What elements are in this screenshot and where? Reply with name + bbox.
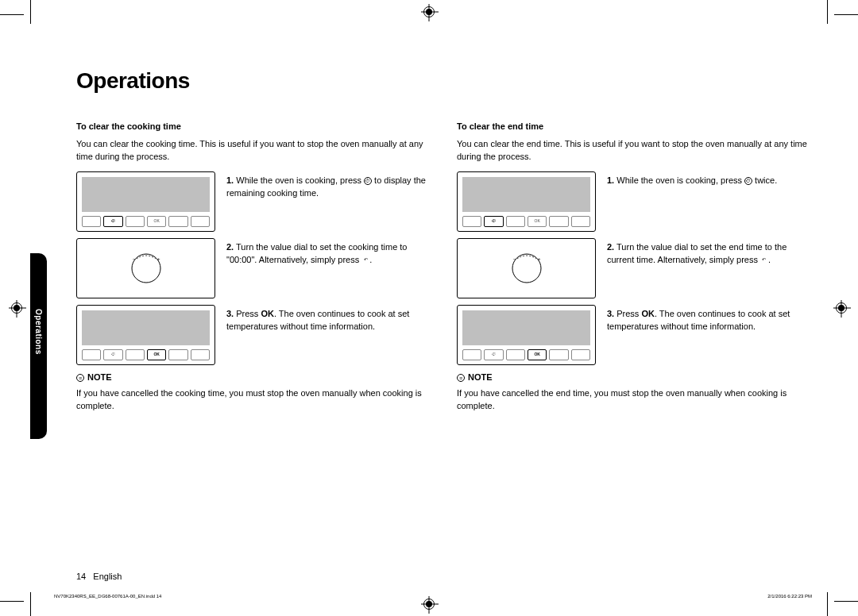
source-date-label: 2/1/2016 6:22:23 PM <box>767 594 812 599</box>
oven-button <box>549 216 568 227</box>
oven-button-row: ⏱ OK <box>462 349 590 360</box>
page-language: English <box>93 572 122 581</box>
left-note-heading: ≡ NOTE <box>76 372 431 384</box>
oven-button <box>126 216 145 227</box>
left-step-1: ⏱ OK 1. While the oven is cooking, press… <box>76 171 431 232</box>
oven-button-row: ⏱ OK <box>82 216 210 227</box>
oven-panel-figure: ⏱ OK <box>76 171 215 232</box>
oven-button-clock: ⏱ <box>484 349 503 360</box>
oven-button-row: ⏱ OK <box>82 349 210 360</box>
right-step-3-text: 3. Press OK. The oven continues to cook … <box>607 305 812 333</box>
oven-button <box>82 349 101 360</box>
svg-point-3 <box>512 254 541 283</box>
left-step-3: ⏱ OK 3. Press OK. The oven continues to … <box>76 305 431 365</box>
oven-dial-figure: − + <box>457 238 596 298</box>
back-icon: ↶ <box>760 256 768 264</box>
right-step-2: − + 2. Turn the value dial to set the en… <box>457 238 812 298</box>
crop-mark <box>30 592 31 616</box>
oven-button <box>168 216 187 227</box>
oven-button <box>506 349 525 360</box>
right-step-3: ⏱ OK 3. Press OK. The oven continues to … <box>457 305 812 365</box>
svg-text:−: − <box>133 256 136 261</box>
text: While the oven is cooking, press <box>236 175 364 185</box>
side-tab-label: Operations <box>34 309 43 355</box>
oven-button-clock: ⏱ <box>103 216 122 227</box>
right-note-body: If you have cancelled the end time, you … <box>457 387 812 413</box>
right-step-1-text: 1. While the oven is cooking, press ⏱ tw… <box>607 171 812 187</box>
back-icon: ↶ <box>361 256 369 264</box>
registration-mark-icon <box>423 6 435 17</box>
oven-button <box>191 216 210 227</box>
left-heading: To clear the cooking time <box>76 121 431 133</box>
svg-text:−: − <box>513 256 516 261</box>
oven-button <box>82 216 101 227</box>
crop-mark <box>834 14 858 15</box>
left-note-body: If you have cancelled the cooking time, … <box>76 387 431 413</box>
oven-button <box>191 349 210 360</box>
oven-button-ok: OK <box>147 216 166 227</box>
side-tab: Operations <box>30 253 47 439</box>
right-step-1: ⏱ OK 1. While the oven is cooking, press… <box>457 171 812 232</box>
svg-point-0 <box>132 254 160 283</box>
oven-panel-figure: ⏱ OK <box>457 171 596 232</box>
oven-button <box>549 349 568 360</box>
note-label: NOTE <box>87 372 112 384</box>
oven-button <box>462 216 481 227</box>
left-step-1-text: 1. While the oven is cooking, press ⏱ to… <box>226 171 431 200</box>
oven-button-clock: ⏱ <box>484 216 503 227</box>
oven-screen <box>462 177 590 212</box>
oven-button <box>168 349 187 360</box>
left-step-2: − + 2. Turn the value dial to set the co… <box>76 238 431 298</box>
registration-mark-icon <box>836 302 847 314</box>
crop-mark <box>827 592 828 616</box>
text: Press <box>236 309 261 318</box>
crop-mark <box>827 0 828 24</box>
oven-button-ok: OK <box>528 216 547 227</box>
text: . <box>369 255 372 264</box>
column-right: To clear the end time You can clear the … <box>457 121 812 413</box>
oven-screen <box>82 310 210 345</box>
right-intro: You can clear the end time. This is usef… <box>457 138 812 164</box>
page-number: 14 <box>76 572 86 581</box>
right-step-2-text: 2. Turn the value dial to set the end ti… <box>607 238 812 267</box>
oven-button <box>571 216 590 227</box>
page-content: Operations To clear the cooking time You… <box>76 68 812 570</box>
oven-button <box>571 349 590 360</box>
oven-button <box>126 349 145 360</box>
text-ok: OK <box>261 309 274 318</box>
registration-mark-icon <box>423 599 435 610</box>
oven-screen <box>462 310 590 345</box>
oven-button-ok: OK <box>147 349 166 360</box>
clock-icon: ⏱ <box>744 177 752 185</box>
oven-button-clock: ⏱ <box>103 349 122 360</box>
note-label: NOTE <box>468 372 493 384</box>
oven-screen <box>82 177 210 212</box>
registration-mark-icon <box>11 302 22 314</box>
left-intro: You can clear the cooking time. This is … <box>76 138 431 164</box>
left-step-2-text: 2. Turn the value dial to set the cookin… <box>226 238 431 267</box>
source-file-label: NV70K2340RS_EE_DG68-00761A-00_EN.indd 14 <box>54 594 161 599</box>
oven-button-row: ⏱ OK <box>462 216 590 227</box>
text-ok: OK <box>641 309 655 318</box>
oven-button-ok: OK <box>528 349 547 360</box>
right-heading: To clear the end time <box>457 121 812 133</box>
text: . <box>768 255 771 264</box>
note-icon: ≡ <box>457 374 465 382</box>
text: While the oven is cooking, press <box>616 175 744 185</box>
clock-icon: ⏱ <box>364 177 372 185</box>
text: twice. <box>752 175 777 185</box>
oven-panel-figure: ⏱ OK <box>76 305 215 365</box>
right-note-heading: ≡ NOTE <box>457 372 812 384</box>
left-step-3-text: 3. Press OK. The oven continues to cook … <box>226 305 431 333</box>
dial-icon: − + <box>126 248 167 289</box>
dial-icon: − + <box>506 248 547 289</box>
svg-text:+: + <box>157 256 160 261</box>
oven-dial-figure: − + <box>76 238 215 298</box>
text: Turn the value dial to set the cooking t… <box>226 242 407 264</box>
text: Press <box>616 309 641 318</box>
crop-mark <box>0 14 24 15</box>
column-left: To clear the cooking time You can clear … <box>76 121 431 413</box>
crop-mark <box>0 601 24 602</box>
svg-text:+: + <box>538 256 541 261</box>
oven-panel-figure: ⏱ OK <box>457 305 596 365</box>
